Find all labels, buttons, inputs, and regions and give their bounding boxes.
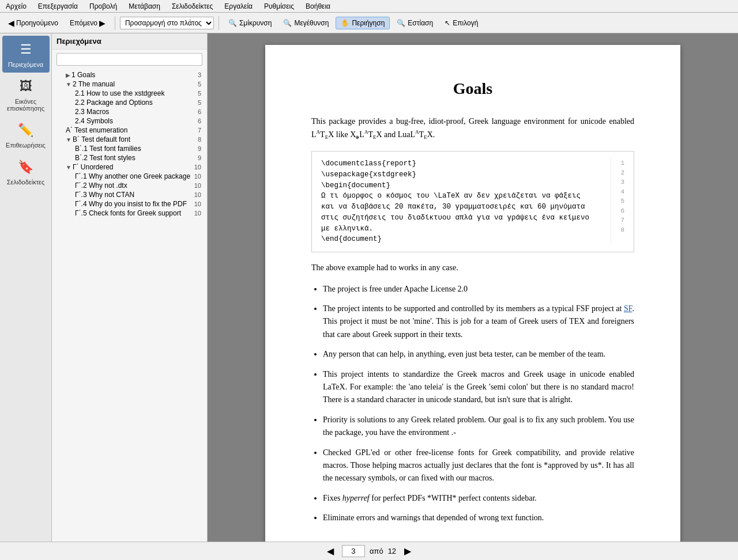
page-input[interactable] <box>342 545 365 557</box>
search-icon: 🔍 <box>397 19 405 27</box>
toc-item-label: 2 The manual <box>73 80 115 88</box>
enlarge-label: Μεγέθυνση <box>294 19 329 27</box>
toc-page-num: 9 <box>198 145 205 152</box>
menu-navigate[interactable]: Μετάβαση <box>125 1 164 12</box>
enlarge-button[interactable]: 🔍 Μεγέθυνση <box>278 17 333 29</box>
toc-item[interactable]: 2.2 Package and Options5 <box>52 98 207 107</box>
sidebar-toc-button[interactable]: ☰ Περιεχόμενα <box>2 36 50 73</box>
intro-text: This package provides a bug-free, idiot-… <box>311 115 634 142</box>
toc-page-num: 3 <box>198 71 205 78</box>
toc-item[interactable]: ▼ Γ΄ Unordered10 <box>52 162 207 172</box>
toc-arrow-icon: ▼ <box>66 81 71 88</box>
toc-item-label: 2.4 Symbols <box>75 117 113 125</box>
menu-edit[interactable]: Επεξεργασία <box>35 1 81 12</box>
toc-item[interactable]: 2.1 How to use the xstdgreek5 <box>52 89 207 98</box>
prev-button[interactable]: ◀ Προηγούμενο <box>3 17 63 29</box>
toc-page-num: 7 <box>198 127 205 134</box>
toc-page-num: 10 <box>194 173 205 180</box>
code-line: \documentclass{report} <box>321 158 611 169</box>
toolbar: ◀ Προηγούμενο Επόμενο ▶ Προσαρμογή στο π… <box>0 13 738 33</box>
code-line: στις συζητήσεις του διαδίκτυου απλά για … <box>321 213 611 224</box>
toc-arrow-icon: ▼ <box>66 137 71 143</box>
status-bar: ◀ από 12 ▶ <box>0 542 738 560</box>
line-numbers: 12345678 <box>611 158 624 245</box>
separator-1 <box>115 16 115 30</box>
bullet-item: Priority is solutions to any Greek relat… <box>323 414 634 440</box>
menu-bookmarks[interactable]: Σελιδοδείκτες <box>168 1 216 12</box>
toc-item-label: 2.3 Macros <box>75 108 109 116</box>
menu-settings[interactable]: Ρυθμίσεις <box>261 1 298 12</box>
focus-button[interactable]: 🔍 Εστίαση <box>392 17 438 29</box>
toc-page-num: 8 <box>198 136 205 143</box>
toc-search-input[interactable] <box>57 53 202 66</box>
toc-page-num: 5 <box>198 90 205 97</box>
bullet-list: The project is free under Apache License… <box>311 283 634 525</box>
main-layout: ☰ Περιεχόμενα 🖼 Εικόνες επισκόπησης ✏️ Ε… <box>0 33 738 542</box>
toc-item-label: Β΄.1 Test font families <box>75 145 141 153</box>
total-pages: 12 <box>388 547 396 555</box>
sidebar-icons: ☰ Περιεχόμενα 🖼 Εικόνες επισκόπησης ✏️ Ε… <box>0 33 52 542</box>
next-page-button[interactable]: ▶ <box>401 544 415 558</box>
hyperref-em: hyperref <box>342 494 370 502</box>
code-line: και να διαβάσεις 20 πακέτα, 30 γραμματοσ… <box>321 202 611 213</box>
toc-page-num: 10 <box>194 182 205 189</box>
toc-item-label: Γ΄.2 Why not .dtx <box>75 181 127 190</box>
page-title: Goals <box>311 80 634 98</box>
hand-icon: ✋ <box>341 19 349 27</box>
toc-item[interactable]: 2.3 Macros6 <box>52 107 207 116</box>
bookmarks-label: Σελιδοδείκτες <box>7 179 44 186</box>
select-label: Επιλογή <box>453 19 478 27</box>
toc-panel: Περιεχόμενα ▶ 1 Goals3▼ 2 The manual52.1… <box>52 33 208 542</box>
toc-item[interactable]: ▶ 1 Goals3 <box>52 70 207 80</box>
code-line: \usepackage{xstdgreek} <box>321 169 611 180</box>
toc-item[interactable]: 2.4 Symbols6 <box>52 116 207 126</box>
sidebar-images-button[interactable]: 🖼 Εικόνες επισκόπησης <box>2 73 50 116</box>
toc-item[interactable]: Γ΄.2 Why not .dtx10 <box>52 181 207 190</box>
toc-item[interactable]: Γ΄.4 Why do you insist to fix the PDF10 <box>52 199 207 209</box>
doc-area[interactable]: Goals This package provides a bug-free, … <box>208 33 738 542</box>
toc-item[interactable]: Γ΄.5 Check fonts for Greek support10 <box>52 209 207 218</box>
menu-view[interactable]: Προβολή <box>86 1 121 12</box>
zoom-select[interactable]: Προσαρμογή στο πλάτος <box>120 17 214 29</box>
menu-tools[interactable]: Εργαλεία <box>221 1 256 12</box>
separator-2 <box>219 16 219 30</box>
images-label: Εικόνες επισκόπησης <box>5 98 47 112</box>
code-line: \begin{document} <box>321 180 611 191</box>
toc-item-label: Γ΄.1 Why another one Greek package <box>75 172 190 180</box>
next-label: Επόμενο <box>70 19 97 27</box>
toc-page-num: 5 <box>198 99 205 106</box>
menu-file[interactable]: Αρχείο <box>2 1 30 12</box>
sidebar-review-button[interactable]: ✏️ Επιθεωρήσεις <box>2 116 50 153</box>
toc-item-label: 2.1 How to use the xstdgreek <box>75 89 164 97</box>
menu-help[interactable]: Βοήθεια <box>302 1 334 12</box>
toc-item-label: Α΄ Test enumeration <box>66 126 127 134</box>
toc-list: ▶ 1 Goals3▼ 2 The manual52.1 How to use … <box>52 69 207 542</box>
toc-page-num: 6 <box>198 108 205 115</box>
toc-item[interactable]: Α΄ Test enumeration7 <box>52 126 207 135</box>
select-button[interactable]: ↖ Επιλογή <box>440 17 483 29</box>
toc-item[interactable]: Γ΄.3 Why not CTAN10 <box>52 190 207 199</box>
prev-label: Προηγούμενο <box>16 19 58 27</box>
review-icon: ✏️ <box>17 121 35 139</box>
toc-item-label: Β΄.2 Test font styles <box>75 154 135 162</box>
above-example-text: The above example had to works in any ca… <box>311 262 634 274</box>
browse-button[interactable]: ✋ Περιήγηση <box>336 17 390 29</box>
toc-page-num: 10 <box>194 191 205 198</box>
toc-item[interactable]: Β΄.2 Test font styles9 <box>52 153 207 162</box>
sf-link[interactable]: SF <box>624 304 632 313</box>
prev-page-button[interactable]: ◀ <box>323 544 337 558</box>
toc-item[interactable]: ▼ 2 The manual5 <box>52 80 207 89</box>
next-button[interactable]: Επόμενο ▶ <box>65 17 110 29</box>
toc-item[interactable]: Β΄.1 Test font families9 <box>52 144 207 153</box>
shrink-button[interactable]: 🔍 Σμίκρυνση <box>224 17 276 29</box>
toc-item[interactable]: ▼ Β΄ Test default font8 <box>52 135 207 144</box>
toc-page-num: 6 <box>198 118 205 124</box>
toc-item-label: Γ΄.3 Why not CTAN <box>75 191 134 199</box>
toc-label: Περιεχόμενα <box>8 61 43 68</box>
sidebar-bookmarks-button[interactable]: 🔖 Σελιδοδείκτες <box>2 153 50 190</box>
bullet-item: The project intents to be supported and … <box>323 302 634 341</box>
images-icon: 🖼 <box>17 77 35 96</box>
toc-item[interactable]: Γ΄.1 Why another one Greek package10 <box>52 172 207 181</box>
prev-arrow-icon: ◀ <box>8 18 14 28</box>
toc-item-label: Γ΄.5 Check fonts for Greek support <box>75 209 181 217</box>
